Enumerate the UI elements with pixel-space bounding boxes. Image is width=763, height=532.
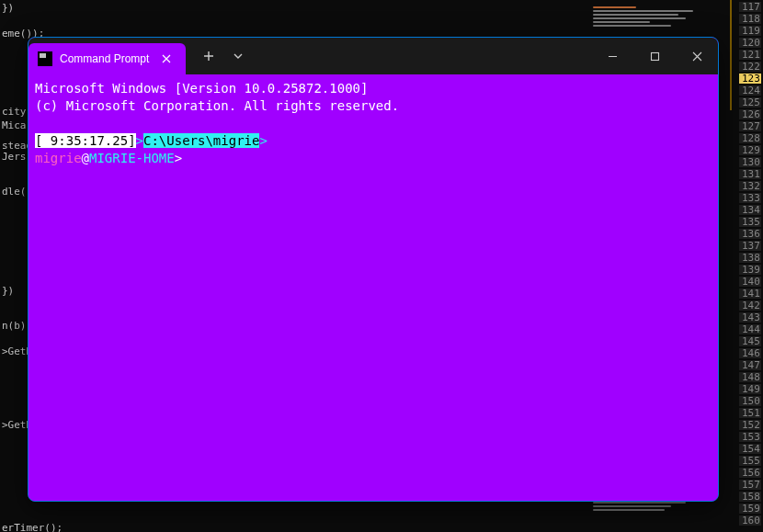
banner-line-2: (c) Microsoft Corporation. All rights re… bbox=[35, 98, 399, 113]
line-number: 134 bbox=[739, 205, 761, 215]
tab-command-prompt[interactable]: Command Prompt bbox=[28, 43, 186, 74]
banner-line-1: Microsoft Windows [Version 10.0.25872.10… bbox=[35, 81, 368, 96]
line-number: 136 bbox=[739, 229, 761, 239]
line-number: 132 bbox=[739, 181, 761, 191]
tab-title: Command Prompt bbox=[60, 52, 149, 65]
maximize-button[interactable] bbox=[633, 38, 676, 74]
terminal-window: Command Prompt Microsoft Windows [Versio… bbox=[28, 37, 719, 502]
editor-code-fragment: erTimer(); bbox=[2, 522, 63, 532]
ssh-user: migrie bbox=[35, 151, 82, 165]
minimap[interactable] bbox=[593, 5, 735, 41]
at-sign: @ bbox=[82, 151, 89, 165]
line-number: 133 bbox=[739, 193, 761, 203]
line-number: 139 bbox=[739, 265, 761, 275]
new-tab-button[interactable] bbox=[191, 38, 226, 74]
line-number: 131 bbox=[739, 169, 761, 179]
line-number: 151 bbox=[739, 408, 761, 418]
editor-code-fragment: }) bbox=[2, 285, 14, 297]
line-number: 159 bbox=[739, 504, 761, 514]
line-number: 146 bbox=[739, 348, 761, 358]
line-number: 119 bbox=[739, 26, 761, 36]
prompt-end: > bbox=[259, 133, 267, 148]
line-number: 157 bbox=[739, 480, 761, 490]
line-number: 129 bbox=[739, 145, 761, 155]
prompt-separator: > bbox=[136, 133, 143, 148]
terminal-body[interactable]: Microsoft Windows [Version 10.0.25872.10… bbox=[28, 74, 718, 501]
svg-rect-0 bbox=[651, 52, 658, 60]
line-number: 154 bbox=[739, 444, 761, 454]
line-number: 150 bbox=[739, 396, 761, 406]
prompt-cwd: C:\Users\migrie bbox=[143, 133, 259, 148]
line-number: 135 bbox=[739, 217, 761, 227]
line-number: 160 bbox=[739, 515, 761, 526]
line-number: 152 bbox=[739, 420, 761, 430]
line-number: 145 bbox=[739, 336, 761, 346]
editor-code-fragment: }) bbox=[2, 2, 14, 14]
line-number: 140 bbox=[739, 277, 761, 287]
line-number: 156 bbox=[739, 468, 761, 478]
line-number: 122 bbox=[739, 62, 761, 72]
ssh-prompt-end: > bbox=[175, 151, 182, 165]
close-button[interactable] bbox=[676, 38, 718, 74]
line-number: 155 bbox=[739, 456, 761, 466]
line-number: 130 bbox=[739, 157, 761, 167]
titlebar-drag-region[interactable] bbox=[250, 38, 591, 74]
line-number: 144 bbox=[739, 324, 761, 334]
ssh-host: MIGRIE-HOME bbox=[89, 151, 175, 165]
line-number: 127 bbox=[739, 121, 761, 131]
line-number: 120 bbox=[739, 38, 761, 48]
line-number: 147 bbox=[739, 360, 761, 370]
prompt-timestamp: [ 9:35:17.25] bbox=[35, 133, 136, 148]
tab-close-button[interactable] bbox=[156, 43, 177, 74]
line-number: 118 bbox=[739, 14, 761, 24]
line-number: 123 bbox=[739, 74, 761, 84]
minimize-button[interactable] bbox=[591, 38, 633, 74]
cmd-icon bbox=[38, 51, 52, 66]
line-number: 141 bbox=[739, 289, 761, 299]
line-number: 128 bbox=[739, 133, 761, 143]
line-number: 117 bbox=[739, 2, 761, 12]
line-number: 148 bbox=[739, 372, 761, 382]
line-number: 153 bbox=[739, 432, 761, 442]
line-number: 158 bbox=[739, 492, 761, 502]
line-number: 126 bbox=[739, 109, 761, 119]
line-number: 121 bbox=[739, 50, 761, 60]
tab-dropdown-button[interactable] bbox=[226, 38, 250, 74]
line-number: 124 bbox=[739, 85, 761, 96]
line-number: 143 bbox=[739, 312, 761, 323]
line-number: 125 bbox=[739, 97, 761, 108]
editor-code-fragment: dle( bbox=[2, 186, 27, 198]
titlebar[interactable]: Command Prompt bbox=[28, 38, 718, 74]
line-number: 149 bbox=[739, 384, 761, 394]
editor-code-fragment: Jers bbox=[2, 151, 27, 163]
line-number: 142 bbox=[739, 300, 761, 311]
line-number: 137 bbox=[739, 241, 761, 251]
line-number: 138 bbox=[739, 253, 761, 263]
